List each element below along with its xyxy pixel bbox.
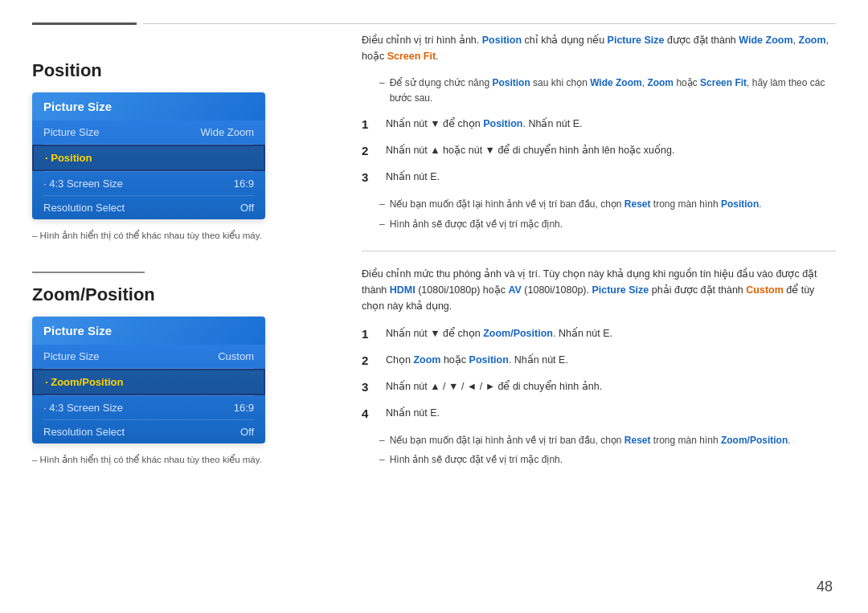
s2-step1-number: 1	[362, 325, 379, 344]
section1-row2-value: 16:9	[234, 178, 254, 190]
section2-note: – Hình ảnh hiển thị có thể khác nhau tùy…	[32, 453, 321, 467]
s2-step2-text: Chọn Zoom hoặc Position. Nhấn nút E.	[386, 352, 836, 368]
s2-step4-number: 4	[362, 404, 379, 423]
section1-note2-text: Hình ảnh sẽ được đặt về vị trí mặc định.	[390, 217, 563, 232]
section1-sub-note: – Để sử dụng chức năng Position sau khi …	[379, 76, 836, 106]
section1-menu-header: Picture Size	[32, 92, 265, 121]
highlight-ps-2: Picture Size	[592, 284, 649, 296]
s2-step1-highlight: Zoom/Position	[483, 328, 553, 339]
step1-text: Nhấn nút ▼ để chọn Position. Nhấn nút E.	[386, 116, 836, 132]
section2-right: Điều chỉnh mức thu phóng ảnh và vị trí. …	[362, 266, 836, 468]
note-dash-1: –	[379, 76, 385, 91]
section2-left: Zoom/Position Picture Size Picture Size …	[32, 284, 321, 467]
section1-title: Position	[32, 60, 321, 81]
s2-note-dash-1: –	[379, 433, 385, 448]
section2-menu-header: Picture Size	[32, 317, 265, 345]
section2-row2-value: 16:9	[234, 402, 254, 414]
section1-row-2: · 4:3 Screen Size 16:9	[32, 172, 265, 195]
section1-row0-value: Wide Zoom	[201, 126, 254, 138]
section1-row-3: Resolution Select Off	[32, 196, 265, 219]
mid-line	[32, 272, 145, 273]
step1-number: 1	[362, 115, 379, 134]
step3-number: 3	[362, 168, 379, 187]
section1-step-2: 2 Nhấn nút ▲ hoặc nút ▼ để di chuyển hìn…	[362, 142, 836, 161]
section1-steps: 1 Nhấn nút ▼ để chọn Position. Nhấn nút …	[362, 116, 836, 187]
section1-step-1: 1 Nhấn nút ▼ để chọn Position. Nhấn nút …	[362, 116, 836, 134]
highlight-screen-fit-1: Screen Fit	[387, 51, 436, 62]
section2-row3-label: Resolution Select	[43, 426, 125, 438]
note-dash-2: –	[379, 197, 385, 212]
section-left-sep	[32, 272, 321, 273]
section1-note1-text: Nếu bạn muốn đặt lại hình ảnh về vị trí …	[390, 197, 762, 212]
section2-row1-label: · Zoom/Position	[45, 376, 124, 388]
step2-text: Nhấn nút ▲ hoặc nút ▼ để di chuyển hình …	[386, 142, 836, 158]
section2-menu-box: Picture Size Picture Size Custom · Zoom/…	[32, 317, 265, 443]
section2-step-1: 1 Nhấn nút ▼ để chọn Zoom/Position. Nhấn…	[362, 325, 836, 344]
section1-step-3: 3 Nhấn nút E.	[362, 169, 836, 187]
section2-steps: 1 Nhấn nút ▼ để chọn Zoom/Position. Nhấn…	[362, 325, 836, 423]
section1-note: – Hình ảnh hiển thị có thể khác nhau tùy…	[32, 229, 321, 243]
section1-menu-box: Picture Size Picture Size Wide Zoom · Po…	[32, 92, 265, 219]
highlight-zoom-1: Zoom	[799, 35, 826, 46]
section2-note1-text: Nếu bạn muốn đặt lại hình ảnh về vị trí …	[390, 433, 791, 448]
highlight-wz-2: Wide Zoom	[590, 77, 642, 88]
section1-row0-label: Picture Size	[43, 126, 99, 138]
section2-note-1: – Nếu bạn muốn đặt lại hình ảnh về vị tr…	[379, 433, 836, 448]
highlight-av: AV	[508, 284, 521, 296]
highlight-position-1: Position	[482, 35, 522, 46]
s2-step2-zoom: Zoom	[413, 354, 440, 366]
step1-highlight: Position	[483, 118, 522, 129]
section1-row2-label: · 4:3 Screen Size	[43, 178, 123, 190]
section2-row0-label: Picture Size	[43, 350, 99, 362]
s2-note-dash-2: –	[379, 452, 385, 468]
section2-step-4: 4 Nhấn nút E.	[362, 405, 836, 423]
section2-row3-value: Off	[240, 426, 254, 438]
top-line-dark	[32, 22, 137, 25]
section2-row-3: Resolution Select Off	[32, 420, 265, 443]
highlight-pos-2: Position	[492, 77, 530, 88]
section2-row0-value: Custom	[218, 350, 254, 362]
page-number: 48	[817, 578, 833, 595]
section2-menu-body: Picture Size Custom · Zoom/Position · 4:…	[32, 345, 265, 443]
section2-step-3: 3 Nhấn nút ▲ / ▼ / ◄ / ► để di chuyển hì…	[362, 378, 836, 397]
left-column: Position Picture Size Picture Size Wide …	[32, 24, 338, 581]
section1-sub-note-text: Để sử dụng chức năng Position sau khi ch…	[390, 76, 836, 106]
highlight-hdmi: HDMI	[390, 284, 416, 296]
top-decorative-line	[32, 22, 836, 25]
highlight-sf-2: Screen Fit	[700, 77, 747, 88]
section2-note2-text: Hình ảnh sẽ được đặt về vị trí mặc định.	[390, 452, 563, 468]
section1-desc: Điều chỉnh vị trí hình ảnh. Position chỉ…	[362, 32, 836, 64]
section2-desc: Điều chỉnh mức thu phóng ảnh và vị trí. …	[362, 266, 836, 314]
section2-step-2: 2 Chọn Zoom hoặc Position. Nhấn nút E.	[362, 352, 836, 370]
step2-number: 2	[362, 141, 379, 161]
highlight-reset-1: Reset	[624, 198, 651, 210]
top-line-light	[143, 23, 836, 24]
highlight-picture-size-1: Picture Size	[608, 35, 665, 46]
section1-row3-label: Resolution Select	[43, 202, 125, 214]
s2-step1-text: Nhấn nút ▼ để chọn Zoom/Position. Nhấn n…	[386, 325, 836, 341]
highlight-wide-zoom-1: Wide Zoom	[739, 35, 792, 46]
highlight-z-2: Zoom	[647, 77, 674, 88]
note-dash-3: –	[379, 217, 385, 232]
section1-right: Điều chỉnh vị trí hình ảnh. Position chỉ…	[362, 32, 836, 251]
section1-note-2: – Hình ảnh sẽ được đặt về vị trí mặc địn…	[379, 217, 836, 232]
highlight-zp-2: Zoom/Position	[721, 435, 788, 446]
step3-text: Nhấn nút E.	[386, 169, 836, 185]
right-column: Điều chỉnh vị trí hình ảnh. Position chỉ…	[338, 24, 836, 581]
section2-row-2: · 4:3 Screen Size 16:9	[32, 396, 265, 419]
s2-step2-number: 2	[362, 351, 379, 370]
section1-row1-label: · Position	[45, 152, 92, 164]
section2-row2-label: · 4:3 Screen Size	[43, 402, 123, 414]
s2-step4-text: Nhấn nút E.	[386, 405, 836, 421]
section1-row-0: Picture Size Wide Zoom	[32, 121, 265, 144]
s2-step3-text: Nhấn nút ▲ / ▼ / ◄ / ► để di chuyển hình…	[386, 378, 836, 394]
highlight-custom: Custom	[746, 284, 784, 296]
section1-row3-value: Off	[240, 202, 254, 214]
section2-note-2: – Hình ảnh sẽ được đặt về vị trí mặc địn…	[379, 452, 836, 468]
section1-menu-body: Picture Size Wide Zoom · Position · 4:3 …	[32, 121, 265, 219]
section2-row-0: Picture Size Custom	[32, 345, 265, 368]
highlight-reset-2: Reset	[624, 435, 651, 446]
highlight-pos-3: Position	[721, 198, 759, 210]
section2-row-1: · Zoom/Position	[32, 369, 265, 395]
section1-row-1: · Position	[32, 145, 265, 171]
